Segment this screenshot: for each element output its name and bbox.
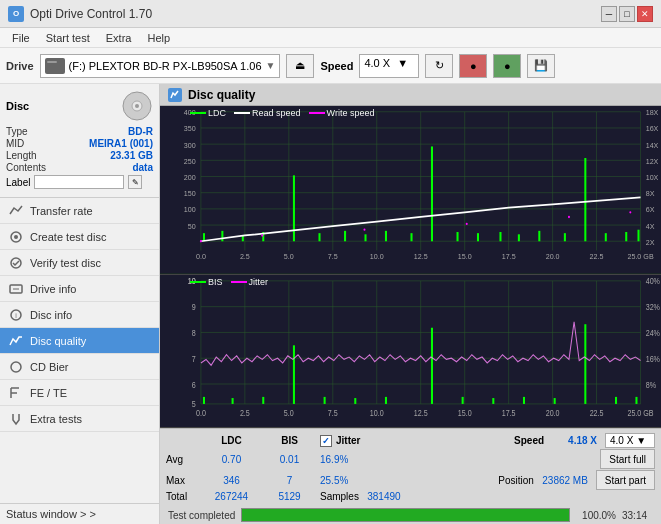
svg-rect-121 xyxy=(324,397,326,404)
info-button[interactable]: ● xyxy=(493,54,521,78)
close-button[interactable]: ✕ xyxy=(637,6,653,22)
svg-rect-67 xyxy=(364,234,366,241)
drive-selector[interactable]: (F:) PLEXTOR BD-R PX-LB950SA 1.06 ▼ xyxy=(40,54,281,78)
maximize-button[interactable]: □ xyxy=(619,6,635,22)
chart2-legend: BIS Jitter xyxy=(190,277,268,287)
progress-bar-fill xyxy=(242,509,569,521)
svg-rect-68 xyxy=(385,231,387,241)
disc-panel: Disc Type BD-R MID MEIRA1 (001) Length 2… xyxy=(0,84,159,198)
sidebar-item-transfer-rate[interactable]: Transfer rate xyxy=(0,198,159,224)
svg-point-85 xyxy=(568,216,570,218)
save-button[interactable]: 💾 xyxy=(527,54,555,78)
svg-text:22.5: 22.5 xyxy=(590,408,604,418)
menu-start-test[interactable]: Start test xyxy=(38,30,98,46)
bis-chart-svg: 10 9 8 7 6 5 40% 32% 24% 16% 8% 10 xyxy=(160,275,661,427)
ldc-color xyxy=(190,112,206,114)
disc-title: Disc xyxy=(6,100,29,112)
menu-extra[interactable]: Extra xyxy=(98,30,140,46)
title-bar: O Opti Drive Control 1.70 ─ □ ✕ xyxy=(0,0,661,28)
svg-point-84 xyxy=(466,223,468,225)
svg-rect-75 xyxy=(538,231,540,241)
menu-help[interactable]: Help xyxy=(139,30,178,46)
stats-total-row: Total 267244 5129 Samples 381490 xyxy=(166,491,655,502)
svg-point-83 xyxy=(363,229,365,231)
avg-jitter: 16.9% xyxy=(320,454,592,465)
start-full-btn[interactable]: Start full xyxy=(600,449,655,469)
stats-footer: LDC BIS ✓ Jitter Speed 4.18 X 4.0 X ▼ Av… xyxy=(160,428,661,506)
sidebar-item-extra-tests[interactable]: Extra tests xyxy=(0,406,159,432)
max-bis: 7 xyxy=(267,475,312,486)
menu-file[interactable]: File xyxy=(4,30,38,46)
sidebar-item-create-test-disc[interactable]: Create test disc xyxy=(0,224,159,250)
bis-legend: BIS xyxy=(190,277,223,287)
jitter-checkbox[interactable]: ✓ xyxy=(320,435,332,447)
disc-quality-header: Disc quality xyxy=(160,84,661,106)
svg-text:18X: 18X xyxy=(646,108,659,118)
svg-rect-66 xyxy=(344,231,346,241)
svg-rect-71 xyxy=(457,232,459,241)
content-area: Disc quality LDC Read speed xyxy=(160,84,661,524)
svg-rect-122 xyxy=(354,398,356,404)
progress-bar xyxy=(241,508,570,522)
svg-rect-72 xyxy=(477,233,479,241)
disc-contents-row: Contents data xyxy=(6,162,153,173)
drive-name: (F:) PLEXTOR BD-R PX-LB950SA 1.06 xyxy=(69,60,262,72)
readspeed-color xyxy=(234,112,250,114)
sidebar-item-disc-quality[interactable]: Disc quality xyxy=(0,328,159,354)
speed-selector[interactable]: 4.0 X ▼ xyxy=(359,54,419,78)
svg-rect-131 xyxy=(635,397,637,404)
svg-rect-80 xyxy=(637,230,639,242)
svg-text:16X: 16X xyxy=(646,124,659,134)
svg-rect-64 xyxy=(293,175,295,241)
disc-quality-icon xyxy=(8,333,24,349)
status-window-button[interactable]: Status window > > xyxy=(0,503,159,524)
charts-area: LDC Read speed Write speed xyxy=(160,106,661,428)
app-title: Opti Drive Control 1.70 xyxy=(30,7,152,21)
progress-row: Test completed 100.0% 33:14 xyxy=(160,506,661,524)
svg-rect-61 xyxy=(221,231,223,241)
svg-text:20.0: 20.0 xyxy=(546,251,560,261)
sidebar-item-cd-bier[interactable]: CD Bier xyxy=(0,354,159,380)
max-ldc: 346 xyxy=(204,475,259,486)
start-part-btn[interactable]: Start part xyxy=(596,470,655,490)
svg-text:6X: 6X xyxy=(646,205,655,215)
svg-rect-77 xyxy=(584,158,586,241)
svg-rect-123 xyxy=(385,397,387,404)
drive-label: Drive xyxy=(6,60,34,72)
minimize-button[interactable]: ─ xyxy=(601,6,617,22)
svg-text:17.5: 17.5 xyxy=(502,408,516,418)
settings-button[interactable]: ● xyxy=(459,54,487,78)
max-label: Max xyxy=(166,475,196,486)
speed-setting[interactable]: 4.0 X ▼ xyxy=(605,433,655,448)
svg-text:7: 7 xyxy=(192,354,196,364)
refresh-button[interactable]: ↻ xyxy=(425,54,453,78)
jitter-legend: Jitter xyxy=(231,277,269,287)
disc-label-input[interactable] xyxy=(34,175,124,189)
svg-text:4X: 4X xyxy=(646,221,655,231)
sidebar-item-verify-test-disc[interactable]: Verify test disc xyxy=(0,250,159,276)
progress-time: 33:14 xyxy=(622,510,657,521)
svg-rect-79 xyxy=(625,232,627,241)
sidebar-item-drive-info[interactable]: Drive info xyxy=(0,276,159,302)
label-edit-button[interactable]: ✎ xyxy=(128,175,142,189)
main-layout: Disc Type BD-R MID MEIRA1 (001) Length 2… xyxy=(0,84,661,524)
svg-text:5.0: 5.0 xyxy=(284,408,294,418)
svg-text:100: 100 xyxy=(184,205,196,215)
sidebar-item-fe-te[interactable]: FE / TE xyxy=(0,380,159,406)
svg-text:0.0: 0.0 xyxy=(196,251,206,261)
status-text: Test completed xyxy=(164,510,235,521)
total-ldc: 267244 xyxy=(204,491,259,502)
svg-rect-124 xyxy=(431,327,433,403)
svg-text:10.0: 10.0 xyxy=(370,408,384,418)
extra-tests-icon xyxy=(8,411,24,427)
fe-te-icon xyxy=(8,385,24,401)
svg-point-2 xyxy=(135,104,139,108)
eject-button[interactable]: ⏏ xyxy=(286,54,314,78)
svg-text:2.5: 2.5 xyxy=(240,251,250,261)
sidebar-item-disc-info[interactable]: i Disc info xyxy=(0,302,159,328)
avg-ldc: 0.70 xyxy=(204,454,259,465)
total-bis: 5129 xyxy=(267,491,312,502)
chart1-legend: LDC Read speed Write speed xyxy=(190,108,374,118)
max-jitter: 25.5% xyxy=(320,475,490,486)
svg-point-82 xyxy=(261,234,263,236)
